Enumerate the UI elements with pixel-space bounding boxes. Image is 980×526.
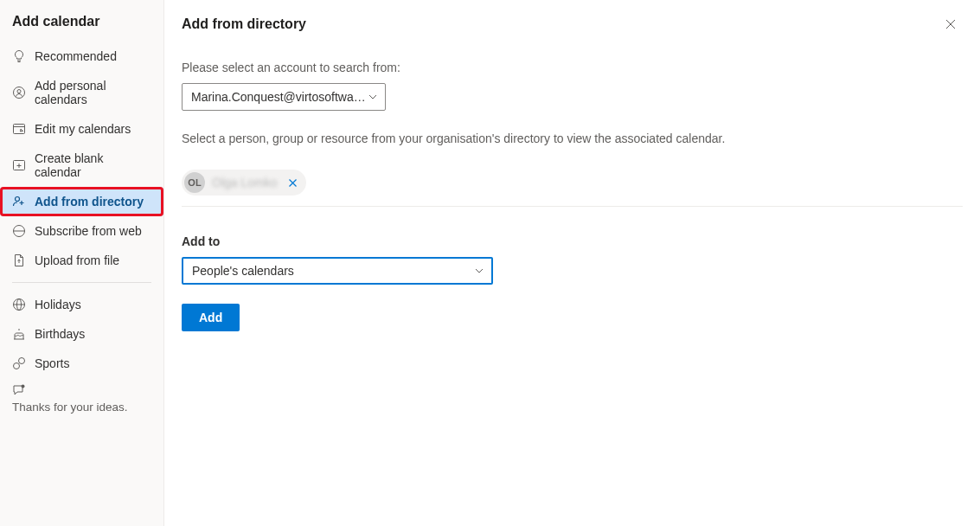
sidebar-item-label: Subscribe from web bbox=[35, 224, 142, 238]
cake-icon bbox=[12, 327, 26, 341]
people-add-icon bbox=[12, 195, 26, 208]
sidebar-item-edit-calendars[interactable]: Edit my calendars bbox=[0, 114, 163, 144]
feedback-icon bbox=[12, 383, 26, 397]
sports-icon bbox=[12, 356, 26, 370]
add-to-label: Add to bbox=[182, 234, 963, 248]
sidebar-item-sports[interactable]: Sports bbox=[0, 349, 163, 378]
web-icon bbox=[12, 224, 26, 238]
svg-point-4 bbox=[16, 197, 20, 202]
chevron-down-icon bbox=[474, 266, 484, 276]
sidebar-item-subscribe-web[interactable]: Subscribe from web bbox=[0, 216, 163, 246]
file-upload-icon bbox=[12, 253, 26, 267]
svg-rect-2 bbox=[14, 125, 25, 134]
sidebar-item-holidays[interactable]: Holidays bbox=[0, 290, 163, 319]
person-name: Olga Lomko bbox=[210, 176, 279, 189]
person-chip[interactable]: OL Olga Lomko bbox=[182, 170, 306, 196]
add-to-dropdown[interactable]: People's calendars bbox=[182, 257, 493, 285]
sidebar-item-add-from-directory[interactable]: Add from directory bbox=[0, 187, 163, 216]
sidebar-item-label: Holidays bbox=[35, 298, 81, 311]
sidebar-title: Add calendar bbox=[0, 10, 163, 42]
page-title: Add from directory bbox=[182, 16, 306, 32]
main-panel: Add from directory Please select an acco… bbox=[164, 0, 980, 526]
user-link-icon bbox=[12, 86, 26, 99]
lightbulb-icon bbox=[12, 49, 26, 63]
add-button[interactable]: Add bbox=[182, 304, 240, 331]
sidebar-item-add-personal[interactable]: Add personal calendars bbox=[0, 71, 163, 114]
svg-point-9 bbox=[19, 358, 25, 364]
sidebar-item-create-blank[interactable]: Create blank calendar bbox=[0, 144, 163, 187]
remove-person-button[interactable] bbox=[284, 174, 301, 191]
sidebar: Add calendar Recommended Add personal ca… bbox=[0, 0, 164, 526]
sidebar-item-label: Add from directory bbox=[35, 195, 144, 208]
svg-point-8 bbox=[14, 363, 20, 369]
sidebar-item-label: Upload from file bbox=[35, 253, 119, 267]
sidebar-footer: Thanks for your ideas. bbox=[0, 378, 163, 419]
sidebar-item-label: Recommended bbox=[35, 49, 117, 63]
edit-calendar-icon bbox=[12, 122, 26, 136]
sidebar-item-label: Add personal calendars bbox=[35, 79, 151, 106]
account-dropdown[interactable]: Marina.Conquest@virtosoftware.c... bbox=[182, 83, 386, 111]
person-avatar: OL bbox=[184, 172, 205, 193]
sidebar-separator bbox=[12, 282, 151, 283]
close-button[interactable] bbox=[938, 12, 963, 36]
add-to-dropdown-value: People's calendars bbox=[192, 264, 294, 278]
globe-icon bbox=[12, 298, 26, 311]
sidebar-footer-text: Thanks for your ideas. bbox=[12, 401, 151, 414]
sidebar-item-label: Birthdays bbox=[35, 327, 85, 341]
account-dropdown-value: Marina.Conquest@virtosoftware.c... bbox=[191, 90, 368, 104]
instruction-text: Select a person, group or resource from … bbox=[182, 132, 963, 145]
sidebar-item-label: Create blank calendar bbox=[35, 151, 151, 179]
sidebar-item-recommended[interactable]: Recommended bbox=[0, 42, 163, 71]
plus-square-icon bbox=[12, 158, 26, 172]
sidebar-item-label: Sports bbox=[35, 356, 69, 370]
svg-point-10 bbox=[22, 385, 25, 388]
svg-point-1 bbox=[17, 90, 21, 93]
sidebar-item-label: Edit my calendars bbox=[35, 122, 131, 136]
selected-people-row: OL Olga Lomko bbox=[182, 170, 963, 207]
account-label: Please select an account to search from: bbox=[182, 61, 963, 74]
sidebar-item-upload-file[interactable]: Upload from file bbox=[0, 246, 163, 275]
chevron-down-icon bbox=[368, 92, 378, 102]
sidebar-item-birthdays[interactable]: Birthdays bbox=[0, 319, 163, 349]
